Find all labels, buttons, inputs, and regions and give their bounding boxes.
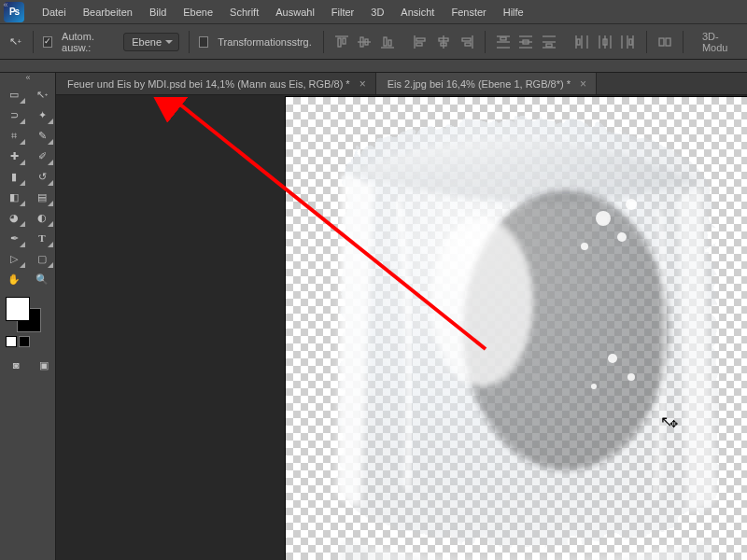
separator [683,31,684,53]
menu-type[interactable]: Schrift [221,3,267,21]
dodge-tool[interactable]: ◐ [30,207,54,228]
canvas-area: Feuer und Eis by MDI.psd bei 14,1% (Mann… [56,73,747,560]
svg-point-46 [596,211,611,226]
menu-view[interactable]: Ansicht [392,3,443,21]
separator [646,31,647,53]
hand-tool[interactable]: ✋ [2,269,26,289]
menu-window[interactable]: Fenster [443,3,494,21]
svg-point-45 [430,218,533,386]
svg-point-49 [626,199,637,210]
blur-tool[interactable]: ◕ [2,207,26,228]
separator [485,31,486,53]
crop-tool[interactable]: ⌗ [2,125,26,146]
distribute-hcenter-icon[interactable] [597,32,614,52]
separator [323,31,324,53]
auto-select-target-dropdown[interactable]: Ebene [123,33,179,51]
gradient-tool[interactable]: ▤ [30,187,54,207]
svg-point-51 [627,373,635,381]
separator [33,31,34,53]
svg-rect-29 [546,44,552,47]
auto-align-icon[interactable] [656,32,674,52]
lasso-tool[interactable]: ⊃ [2,105,26,125]
svg-point-47 [617,232,627,242]
collapse-handle-icon[interactable]: « [0,0,11,9]
menu-image[interactable]: Bild [141,3,175,21]
align-bottom-icon[interactable] [379,32,397,52]
distribute-right-icon[interactable] [619,32,637,52]
document-tab-2[interactable]: Eis 2.jpg bei 16,4% (Ebene 1, RGB/8*) * … [376,73,597,94]
menu-help[interactable]: Hilfe [495,3,532,21]
distribute-left-icon[interactable] [573,32,591,52]
toolbox-collapse-icon[interactable]: « [22,73,34,82]
align-hcenter-icon[interactable] [435,32,453,52]
svg-point-48 [581,243,588,250]
tab-title: Eis 2.jpg bei 16,4% (Ebene 1, RGB/8*) * [388,78,571,90]
align-vcenter-icon[interactable] [356,32,374,52]
close-icon[interactable]: × [578,77,588,91]
transform-controls-label: Transformationsstrg. [218,36,311,48]
distribute-top-icon[interactable] [495,32,513,52]
svg-rect-17 [465,43,471,46]
svg-rect-2 [343,38,345,44]
auto-select-label: Autom. ausw.: [62,31,116,53]
history-brush-tool[interactable]: ↺ [30,166,54,187]
eraser-tool[interactable]: ◧ [2,187,26,207]
svg-rect-16 [462,38,471,41]
menu-edit[interactable]: Bearbeiten [75,3,141,21]
close-icon[interactable]: × [358,77,368,91]
spot-heal-tool[interactable]: ✚ [2,146,26,166]
foreground-swatch[interactable] [6,297,30,321]
distribute-vcenter-icon[interactable] [517,32,535,52]
menu-file[interactable]: Datei [34,3,75,21]
type-tool[interactable]: T [30,228,54,248]
document-canvas[interactable] [286,97,747,560]
svg-rect-8 [388,40,391,46]
brush-tool[interactable]: ✐ [30,146,54,166]
active-tool-icon[interactable]: ↖+ [7,33,23,51]
distribute-bottom-icon[interactable] [541,32,558,52]
svg-point-50 [608,354,617,363]
toolbox: « ▭ ↖+ ⊃ ✦ ⌗ ✎ ✚ ✐ ▮ ↺ ◧ ▤ ◕ ◐ ✒ T ▷ ▢ ✋… [0,73,56,560]
menu-filter[interactable]: Filter [323,3,362,21]
tabbar-spacer: « [0,60,747,73]
document-tab-1[interactable]: Feuer und Eis by MDI.psd bei 14,1% (Mann… [56,73,376,94]
svg-rect-1 [338,38,341,47]
svg-rect-21 [500,37,506,40]
align-left-icon[interactable] [412,32,430,52]
quick-mask-icon[interactable]: ◙ [6,357,26,373]
svg-rect-42 [659,38,664,46]
menu-bar: Ps Datei Bearbeiten Bild Ebene Schrift A… [0,0,747,24]
menu-select[interactable]: Auswahl [267,3,323,21]
workspace: « ▭ ↖+ ⊃ ✦ ⌗ ✎ ✚ ✐ ▮ ↺ ◧ ▤ ◕ ◐ ✒ T ▷ ▢ ✋… [0,73,747,560]
svg-rect-41 [629,39,632,45]
menu-layer[interactable]: Ebene [175,3,221,21]
canvas-content-ice-cube [286,97,747,560]
auto-select-checkbox[interactable] [43,36,52,48]
rectangle-tool[interactable]: ▢ [30,248,54,269]
separator [189,31,190,53]
zoom-tool[interactable]: 🔍 [30,269,54,289]
clone-stamp-tool[interactable]: ▮ [2,166,26,187]
svg-rect-7 [384,37,387,46]
tab-title: Feuer und Eis by MDI.psd bei 14,1% (Mann… [67,78,350,90]
options-bar: ↖+ Autom. ausw.: Ebene Transformationsst… [0,24,747,60]
magic-wand-tool[interactable]: ✦ [30,105,54,125]
svg-point-44 [463,190,669,470]
pen-tool[interactable]: ✒ [2,228,26,248]
color-swatches[interactable] [6,297,43,334]
svg-rect-11 [416,43,422,46]
move-tool[interactable]: ↖+ [30,84,54,105]
marquee-tool[interactable]: ▭ [2,84,26,105]
align-top-icon[interactable] [333,32,351,52]
document-tabs: Feuer und Eis by MDI.psd bei 14,1% (Mann… [56,73,747,95]
menu-3d[interactable]: 3D [362,3,392,21]
svg-rect-43 [666,38,670,46]
default-swatches-icon[interactable] [6,336,55,347]
screen-mode-icon[interactable]: ▣ [34,357,54,373]
3d-mode-button[interactable]: 3D-Modu [693,27,747,57]
svg-rect-10 [416,38,425,41]
eyedropper-tool[interactable]: ✎ [30,125,54,146]
path-select-tool[interactable]: ▷ [2,248,26,269]
transform-controls-checkbox[interactable] [199,36,208,48]
align-right-icon[interactable] [458,32,475,52]
